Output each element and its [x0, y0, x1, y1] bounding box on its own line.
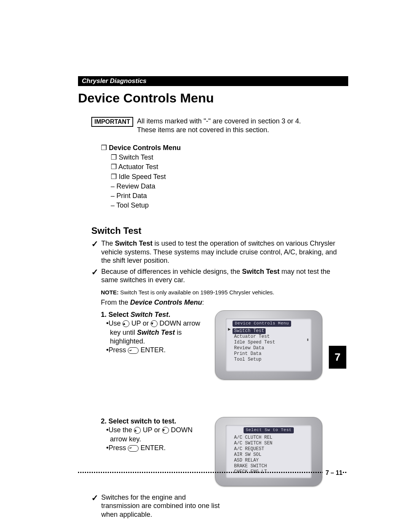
page-number: 7 – 11	[323, 470, 342, 476]
screen-line: Actuator Test	[229, 334, 309, 340]
down-arrow-icon: ▼	[151, 320, 158, 327]
box-icon: ❒	[111, 163, 117, 171]
screen-line: Tool Setup	[229, 357, 309, 363]
box-icon: ❒	[111, 173, 117, 181]
check-text-3: Switches for the engine and transmission…	[101, 493, 221, 519]
cursor-icon: ▶	[228, 327, 231, 332]
menu-outline: ❒ Device Controls Menu ❒ Switch Test ❒ A…	[101, 143, 344, 210]
box-icon: ❒	[111, 153, 117, 161]
screen-title: Device Controls Menu	[233, 321, 291, 327]
step-bullet: •Use ▲ UP or ▼ DOWN arrow key until Swit…	[106, 319, 207, 346]
up-arrow-icon: ▲	[123, 320, 129, 327]
screen-line: A/C REQUEST	[229, 446, 309, 452]
important-line2: These items are not covered in this sect…	[137, 126, 269, 134]
menu-item: Review Data	[116, 182, 155, 190]
screen-line: A/C CLUTCH REL	[229, 435, 309, 441]
step-2: 2. Select switch to test. •Use the ▲ UP …	[101, 417, 207, 453]
screen-title: Select Sw to Test	[244, 427, 294, 433]
menu-item: Switch Test	[119, 153, 153, 161]
note-line: NOTE: Switch Test is only available on 1…	[101, 289, 344, 296]
up-arrow-icon: ▲	[134, 427, 141, 434]
down-arrow-icon: ▼	[162, 427, 169, 434]
enter-key-icon: ↵	[128, 347, 139, 354]
from-line: From the Device Controls Menu:	[101, 299, 344, 307]
screen-line: Print Data	[229, 351, 309, 357]
check-icon: ✓	[91, 268, 98, 276]
device-screen-2: Select Sw to Test A/C CLUTCH REL A/C SWI…	[215, 417, 322, 486]
check-text-1: The Switch Test is used to test the oper…	[101, 239, 344, 265]
important-label: IMPORTANT	[91, 117, 133, 127]
device-screen-1: ▶ Device Controls Menu Switch Test Actua…	[215, 310, 322, 379]
section-heading: Switch Test	[91, 225, 344, 236]
check-text-2: Because of differences in vehicle design…	[101, 267, 344, 284]
scroll-indicator-icon: ▮	[305, 337, 310, 342]
screen-line: Review Data	[229, 345, 309, 351]
enter-key-icon: ↵	[128, 445, 139, 452]
manual-page: Chrysler Diagnostics Device Controls Men…	[0, 0, 411, 532]
menu-heading: Device Controls Menu	[109, 144, 181, 152]
check-icon: ✓	[91, 494, 98, 502]
important-line1: All items marked with "-" are covered in…	[137, 117, 301, 125]
step-bullet: •Press ↵ ENTER.	[106, 444, 207, 452]
box-icon: ❒	[101, 144, 107, 152]
check-icon: ✓	[91, 240, 98, 248]
menu-item: Tool Setup	[116, 201, 149, 209]
page-title: Device Controls Menu	[78, 91, 344, 105]
step-bullet: •Use the ▲ UP or ▼ DOWN arrow key.	[106, 426, 207, 444]
screen-line: BRAKE SWITCH	[229, 463, 309, 469]
header-bar: Chrysler Diagnostics	[78, 76, 348, 86]
footer-dots	[78, 472, 346, 473]
menu-item: Actuator Test	[118, 163, 158, 171]
screen-line: Idle Speed Test	[229, 340, 309, 345]
screen-line: A/C SWITCH SEN	[229, 441, 309, 446]
chapter-tab: 7	[329, 346, 346, 369]
important-text: All items marked with "-" are covered in…	[137, 117, 301, 134]
menu-item: Print Data	[116, 192, 147, 200]
screen-line: AIR SW SOL	[229, 452, 309, 458]
screen-line: ASD RELAY	[229, 458, 309, 463]
step-bullet: •Press ↵ ENTER.	[106, 346, 207, 355]
screen-highlight: Switch Test	[233, 328, 266, 334]
menu-item: Idle Speed Test	[119, 173, 166, 181]
step-1: 1. Select Switch Test. •Use ▲ UP or ▼ DO…	[101, 310, 207, 355]
